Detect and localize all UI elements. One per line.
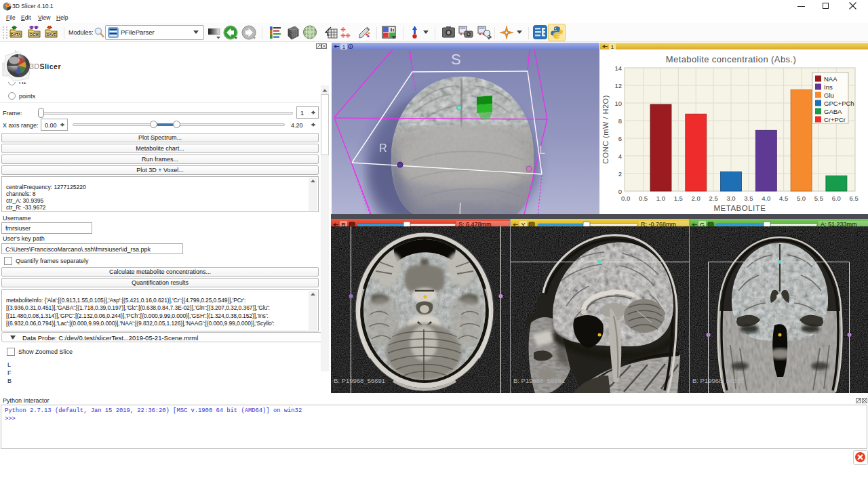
svg-text:3.0: 3.0	[726, 195, 735, 202]
svg-text:3.5: 3.5	[744, 195, 753, 202]
svg-text:1: 1	[342, 44, 346, 50]
svg-text:B: P19968_56691: B: P19968_56691	[334, 377, 385, 384]
svg-text:2.5: 2.5	[709, 195, 717, 202]
svg-text:6.0: 6.0	[832, 195, 841, 202]
svg-text:1.5: 1.5	[674, 195, 683, 202]
svg-text:Ins: Ins	[824, 83, 833, 91]
svg-text:S: S	[451, 51, 461, 68]
svg-text:L: L	[539, 144, 545, 156]
svg-text:CONC (mW / H2O): CONC (mW / H2O)	[601, 95, 610, 164]
svg-text:DATA: DATA	[11, 33, 20, 37]
svg-text:6.5: 6.5	[850, 195, 859, 202]
svg-text:Metabolite concentration (Abs.: Metabolite concentration (Abs.)	[666, 54, 796, 64]
svg-text:Cr+PCr: Cr+PCr	[824, 116, 846, 123]
svg-text:4: 4	[618, 152, 622, 160]
svg-text:1: 1	[611, 44, 614, 50]
svg-text:NAA: NAA	[824, 75, 837, 83]
svg-text:METABOLITE: METABOLITE	[714, 204, 766, 212]
svg-text:SAVE: SAVE	[47, 33, 56, 37]
svg-text:0: 0	[618, 188, 622, 195]
svg-text:5.5: 5.5	[814, 195, 823, 202]
svg-text:10: 10	[614, 100, 622, 107]
svg-text:8: 8	[618, 117, 622, 125]
svg-text:0.5: 0.5	[639, 195, 648, 202]
svg-text:4.0: 4.0	[762, 195, 770, 202]
svg-text:5.0: 5.0	[797, 195, 806, 202]
svg-text:2.0: 2.0	[692, 195, 701, 202]
svg-text:R: R	[379, 142, 387, 154]
svg-text:GABA: GABA	[824, 108, 842, 115]
svg-text:14: 14	[614, 64, 622, 72]
svg-text:12: 12	[614, 82, 622, 89]
svg-text:6: 6	[618, 135, 622, 142]
svg-text:4.5: 4.5	[779, 195, 788, 202]
svg-text:1.0: 1.0	[656, 195, 665, 202]
svg-text:B: P19968_56691: B: P19968_56691	[513, 377, 565, 384]
svg-text:GPC+PCh: GPC+PCh	[824, 100, 854, 107]
svg-text:2: 2	[618, 170, 622, 178]
svg-text:Glu: Glu	[824, 92, 834, 99]
svg-text:B: P19968_56691: B: P19968_56691	[692, 377, 744, 384]
svg-text:DCM: DCM	[30, 33, 39, 37]
svg-text:0.0: 0.0	[621, 195, 630, 202]
